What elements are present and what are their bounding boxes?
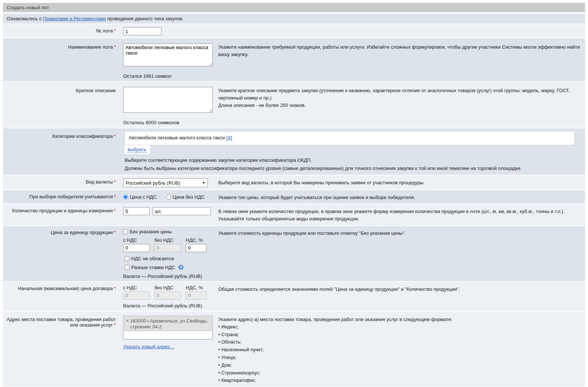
quantity-label: Количество продукции и единицы измерения [12,208,113,213]
quantity-amount-input[interactable] [123,207,150,215]
intro-notice: Ознакомьтесь с Правилами и Регламентами … [3,14,585,24]
row-address: Адрес места поставки товара, проведения … [3,311,585,387]
address-selected-chip: × 163000 г.Архангельск, ул.Свободы, стро… [124,317,212,331]
short-desc-counter: Осталось 6000 символов [123,120,214,125]
currency-select[interactable]: Российский рубль (RUB) ▼ [123,178,208,187]
lot-number-input[interactable] [123,27,161,35]
address-chip-text: 163000 г.Архангельск, ул.Свободы, строен… [130,318,209,330]
page-title: Создать новый лот [3,3,585,12]
row-lot-name: Наименование лота* Автомобили легковые м… [3,38,585,82]
price-with-vat-radio[interactable]: Цена с НДС [123,194,157,200]
required-mark: * [114,179,116,185]
row-quantity: Количество продукции и единицы измерения… [3,204,585,226]
price-without-vat-radio[interactable]: Цена без НДС [166,194,205,200]
lot-name-label: Наименование лота [68,44,112,50]
price-with-vat-radio-input[interactable] [123,195,128,199]
row-classifier: Категории классификатора* Автомобили лег… [3,128,585,175]
address-format-item: • Строение/корпус; [218,369,580,377]
row-winner-price-type: При выборе победителя учитывается* Цена … [3,190,585,204]
unit-price-currency-note: Валюта — Российский рубль (RUB) [123,273,214,279]
address-multiselect[interactable]: × 163000 г.Архангельск, ул.Свободы, стро… [123,316,213,339]
price-without-vat-radio-input[interactable] [166,195,171,199]
row-short-desc: Краткое описание Осталось 6000 символов … [3,82,585,128]
diff-vat-checkbox[interactable]: Разные ставки НДС ? [125,265,214,270]
row-contract-price: Начальная (максимальная) цена договора* … [3,282,585,311]
lot-number-label: № лота [96,28,113,34]
short-desc-help-1: Укажите краткое описание предмета закупк… [218,87,580,102]
classifier-help-2: Должны быть выбраны категории классифика… [125,164,585,172]
address-help-intro: Укажите адрес(-а) места поставки товара,… [218,316,580,323]
contract-price-currency-note: Валюта — Российский рубль (RUB) [123,303,214,308]
required-mark: * [114,133,116,139]
unit-price-vat-percent-input[interactable] [186,244,206,252]
chevron-down-icon: ▼ [202,181,205,185]
address-format-list: • Индекс; • Страна; • Область; • Населен… [218,323,580,384]
quantity-help-1: В левом окне укажите количество продукци… [218,208,580,215]
short-desc-help-2: Длина описания - не более 250 знаков. [218,102,580,109]
classifier-selected-box: Автомобили легковые малого класса такси … [125,131,575,145]
rules-link[interactable]: Правилами и Регламентами [43,16,106,21]
contract-price-vat-percent-input [186,292,206,300]
col-with-vat: с НДС [123,237,150,243]
required-mark: * [114,322,116,328]
required-mark: * [114,194,116,199]
lot-name-help: Укажите наименование требуемой продукции… [214,41,585,79]
row-lot-number: № лота* [3,24,585,38]
quantity-unit-input[interactable] [153,207,211,215]
no-vat-checkbox-input[interactable] [125,256,129,261]
unit-price-label: Цена за единицу продукции [51,230,113,235]
classifier-help-1: Выберите соответствующие содержанию заку… [125,156,585,164]
no-price-checkbox[interactable]: Без указания цены [123,229,214,234]
classifier-selected-item: Автомобили легковые малого класса такси [129,135,226,140]
row-currency: Вид валюты* Российский рубль (RUB) ▼ Выб… [3,175,585,190]
winner-price-label: При выборе победителя учитывается [29,194,113,199]
winner-price-help: Укажите тип цены, который будет учитыват… [214,192,585,201]
required-mark: * [114,230,116,235]
address-format-item: • Индекс; [218,323,580,331]
required-mark: * [114,28,116,34]
col-vat-percent: НДС, % [186,285,212,290]
address-format-item: • Страна; [218,331,580,339]
question-icon[interactable]: ? [178,265,184,270]
currency-selected-value: Российский рубль (RUB) [126,180,180,186]
address-format-item: • Область; [218,338,580,346]
unit-price-without-vat-input [154,244,181,252]
col-vat-percent: НДС, % [186,237,212,243]
address-format-item: • Населенный пункт; [218,346,580,354]
contract-price-without-vat-input [154,292,181,300]
unit-price-with-vat-input[interactable] [123,244,150,252]
short-desc-textarea[interactable] [123,87,213,113]
classifier-remove-link[interactable]: [X] [226,135,232,140]
address-format-item: • Дом; [218,362,580,369]
contract-price-with-vat-input [123,292,150,300]
col-without-vat: без НДС [154,237,181,243]
short-desc-label: Краткое описание [76,88,116,93]
contract-price-help: Общая стоимость определяется значениями … [214,284,585,308]
quantity-help-2: Указывайте только общепринятые виды изме… [218,215,580,223]
col-without-vat: без НДС [154,285,181,290]
row-unit-price: Цена за единицу продукции* Без указания … [3,226,585,282]
lot-name-counter: Остался 1961 символ [123,73,214,79]
address-label: Адрес места поставки товара, проведения … [7,317,116,328]
required-mark: * [114,208,116,213]
create-lot-form: Создать новый лот Ознакомьтесь с Правила… [0,0,588,387]
currency-help: Выберите вид валюты, в которой Вы намере… [214,178,585,187]
intro-text-after: проведения данного типа закупок. [106,16,184,21]
unit-price-help: Укажите стоимость единицы продукции или … [214,228,585,279]
address-format-item: • Квартира/офис. [218,377,580,384]
no-price-checkbox-input[interactable] [123,229,128,234]
remove-address-icon[interactable]: × [126,318,129,330]
required-mark: * [114,44,116,50]
classifier-choose-link[interactable]: выбрать [128,147,146,153]
classifier-label: Категории классификатора [52,133,113,139]
no-vat-checkbox[interactable]: НДС не облагается [125,256,214,261]
intro-text-before: Ознакомьтесь с [7,16,43,21]
diff-vat-checkbox-input[interactable] [125,265,129,270]
currency-label: Вид валюты [86,179,112,185]
address-format-item: • Улица; [218,354,580,362]
col-with-vat: с НДС [123,285,150,290]
contract-price-label: Начальная (максимальная) цена договора [18,286,113,291]
lot-name-textarea[interactable]: Автомобили легковые малого класса такси [123,43,213,66]
required-mark: * [114,286,116,291]
new-address-link[interactable]: Указать новый адрес... [123,344,174,349]
